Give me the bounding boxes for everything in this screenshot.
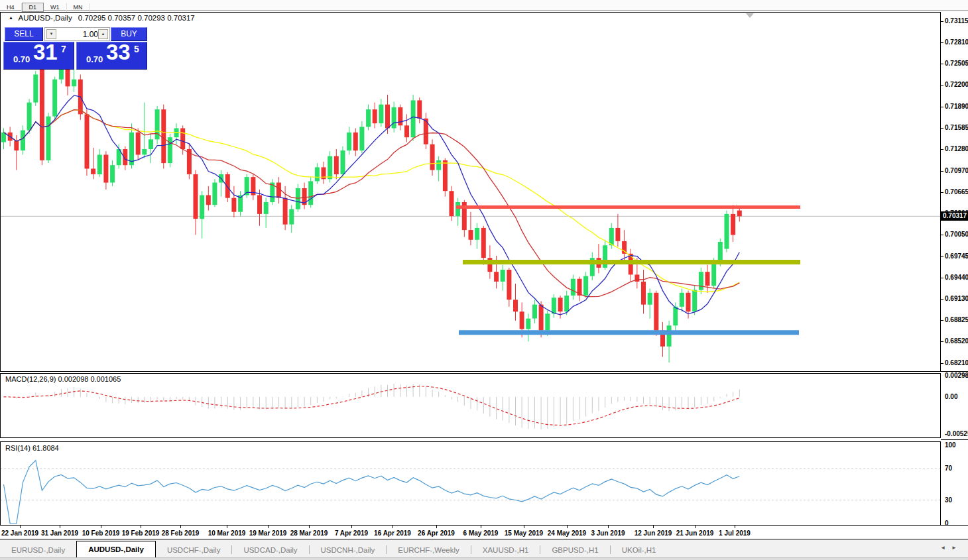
date-tick: [101, 526, 101, 528]
price-axis-label: 0.68825: [945, 316, 968, 324]
chart-tab-bar: EURUSD-,DailyAUDUSD-,DailyUSDCHF-,DailyU…: [0, 539, 968, 557]
date-tick: [567, 526, 568, 528]
date-label[interactable]: 19 Mar 2019: [249, 530, 287, 537]
ma-fast-line: [4, 95, 740, 315]
timeframe-button-d1[interactable]: D1: [22, 3, 44, 12]
macd-axis-label: -0.005256: [945, 430, 968, 438]
date-label[interactable]: 3 Jun 2019: [591, 530, 625, 537]
buy-price-pip: 5: [134, 44, 139, 54]
date-label[interactable]: 26 Apr 2019: [418, 530, 455, 537]
axis-divider: [941, 371, 968, 372]
date-label[interactable]: 21 Jun 2019: [676, 530, 714, 537]
tab-gbpusd-h1[interactable]: GBPUSD-,H1: [540, 543, 609, 557]
tab-audusd-daily[interactable]: AUDUSD-,Daily: [76, 541, 156, 557]
price-axis-label: 0.69745: [945, 252, 968, 260]
date-label[interactable]: 7 Apr 2019: [335, 530, 368, 537]
price-axis-tick: [941, 107, 943, 107]
date-label[interactable]: 19 Feb 2019: [122, 530, 160, 537]
timeframe-toolbar: H4D1W1MN: [0, 0, 968, 11]
timeframe-button-h4[interactable]: H4: [0, 3, 22, 12]
tab-xauusd-h1[interactable]: XAUUSD-,H1: [471, 543, 540, 557]
price-axis-label: 0.69130: [945, 295, 968, 303]
axis-divider: [941, 525, 968, 526]
price-axis-tick: [941, 149, 943, 150]
rsi-chart[interactable]: [0, 441, 940, 525]
price-axis-tick: [941, 278, 943, 278]
tab-usdcnh-daily[interactable]: USDCNH-,Daily: [310, 543, 387, 557]
tab-scroll-right-icon[interactable]: ►: [951, 545, 963, 551]
price-axis-tick: [941, 235, 943, 235]
tab-scroll-arrows: ◄►: [940, 545, 963, 551]
tab-scroll-left-icon[interactable]: ◄: [940, 545, 951, 551]
date-tick: [180, 526, 181, 528]
tab-usdcad-daily[interactable]: USDCAD-,Daily: [232, 543, 308, 557]
sell-button[interactable]: SELL: [5, 27, 43, 41]
price-axis-label: 0.72505: [945, 60, 968, 68]
date-label[interactable]: 10 Feb 2019: [82, 530, 120, 537]
rsi-label: RSI(14) 61.8084: [5, 444, 59, 452]
price-axis-label: 0.72810: [945, 38, 968, 46]
date-label[interactable]: 31 Jan 2019: [41, 530, 78, 537]
volume-decrease-button[interactable]: ▼: [46, 29, 56, 39]
collapse-panel-icon[interactable]: ▲: [9, 15, 13, 20]
rsi-axis-label: 100: [945, 441, 956, 449]
date-tick: [141, 526, 141, 528]
price-axis-tick: [941, 192, 943, 193]
price-axis-label: 0.70665: [945, 188, 968, 196]
price-axis-label: 0.70970: [945, 167, 968, 175]
chart-shift-marker-icon[interactable]: [746, 13, 754, 18]
macd-axis-label: 0.00: [945, 393, 957, 401]
date-tick: [60, 526, 60, 528]
price-axis-tick: [941, 171, 943, 172]
price-axis-tick: [941, 21, 943, 22]
date-label[interactable]: 28 Feb 2019: [162, 530, 200, 537]
chart-symbol-label: AUDUSD-,Daily: [19, 14, 72, 22]
volume-input[interactable]: [57, 28, 99, 40]
buy-price-big: 33: [106, 40, 131, 65]
tab-eurusd-daily[interactable]: EURUSD-,Daily: [0, 543, 76, 557]
date-tick: [524, 526, 524, 528]
current-price-tag: 0.70317: [941, 211, 968, 221]
date-tick: [436, 526, 437, 528]
price-axis-label: 0.70050: [945, 231, 968, 239]
date-label[interactable]: 6 May 2019: [463, 530, 499, 537]
sell-price-panel[interactable]: 0.70 31 7: [3, 42, 74, 70]
date-label[interactable]: 22 Jan 2019: [1, 530, 38, 537]
price-axis-label: 0.72200: [945, 81, 968, 89]
timeframe-button-mn[interactable]: MN: [67, 3, 90, 12]
price-axis-tick: [941, 299, 943, 300]
status-strip: [0, 557, 968, 560]
date-label[interactable]: 12 Jun 2019: [635, 530, 672, 537]
tab-ukoil-h1[interactable]: UKOil-,H1: [611, 543, 668, 557]
one-click-trading-panel: SELL ▼ ▲ BUY 0.70 31 7 0.70 33 5: [3, 27, 147, 69]
date-label[interactable]: 16 Apr 2019: [374, 530, 411, 537]
buy-price-panel[interactable]: 0.70 33 5: [76, 42, 147, 70]
volume-increase-button[interactable]: ▲: [98, 29, 108, 39]
macd-chart[interactable]: [0, 373, 940, 437]
date-tick: [309, 526, 310, 528]
tab-usdchf-daily[interactable]: USDCHF-,Daily: [156, 543, 232, 557]
date-tick: [735, 526, 735, 528]
date-label[interactable]: 15 May 2019: [505, 530, 543, 537]
rsi-line: [4, 461, 740, 524]
date-label[interactable]: 1 Jul 2019: [719, 530, 751, 537]
price-axis-label: 0.71280: [945, 145, 968, 153]
timeframe-button-w1[interactable]: W1: [44, 3, 67, 12]
price-axis-label: 0.71890: [945, 103, 968, 111]
macd-label: MACD(12,26,9) 0.002098 0.001065: [5, 375, 121, 383]
price-axis-tick: [941, 256, 943, 257]
price-axis-label: 0.69440: [945, 274, 968, 282]
buy-button[interactable]: BUY: [111, 27, 147, 41]
tab-eurchf-weekly[interactable]: EURCHF-,Weekly: [387, 543, 470, 557]
date-label[interactable]: 24 May 2019: [548, 530, 586, 537]
date-tick: [481, 526, 481, 528]
date-label[interactable]: 28 Mar 2019: [290, 530, 328, 537]
date-label[interactable]: 10 Mar 2019: [208, 530, 246, 537]
sell-price-big: 31: [33, 40, 58, 65]
price-axis-label: 0.68520: [945, 337, 968, 345]
price-axis-tick: [941, 42, 943, 43]
price-axis-tick: [941, 64, 943, 64]
price-axis[interactable]: 0.731150.728100.725050.722000.718900.715…: [941, 12, 968, 525]
mt4-window: H4D1W1MN ▲ AUDUSD-,Daily 0.70295 0.70357…: [0, 0, 968, 560]
price-axis-label: 0.68210: [945, 359, 968, 367]
